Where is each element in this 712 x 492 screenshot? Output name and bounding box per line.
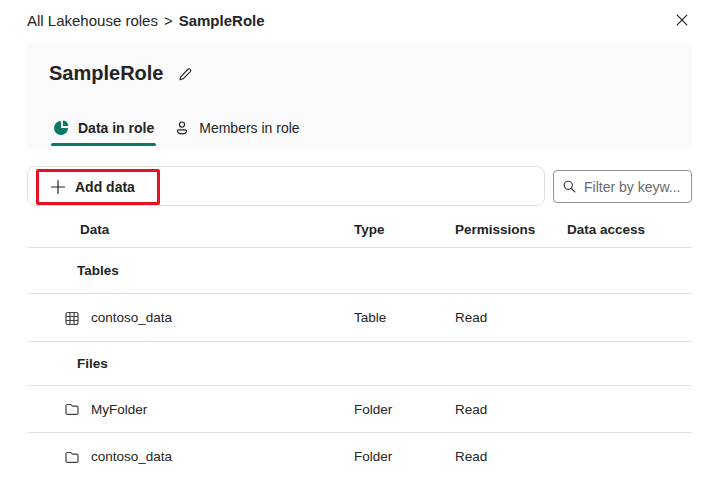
breadcrumb-separator: > (164, 12, 173, 29)
pencil-edit-icon (177, 66, 193, 82)
add-data-button[interactable]: Add data (39, 169, 157, 205)
tab-data-in-role[interactable]: Data in role (51, 120, 156, 148)
column-header-permissions: Permissions (455, 222, 567, 237)
group-row-files: Files (27, 342, 692, 386)
tab-data-in-role-label: Data in role (78, 120, 154, 136)
toolbar: Add data (27, 166, 545, 206)
role-header-panel: SampleRole Data in role Me (27, 44, 692, 148)
row-type: Folder (354, 402, 455, 417)
row-name: contoso_data (91, 449, 172, 464)
plus-icon (50, 179, 66, 195)
row-permissions: Read (455, 402, 567, 417)
filter-field (553, 170, 692, 203)
table-row[interactable]: contoso_data Table Read (27, 294, 692, 342)
folder-icon (64, 449, 80, 465)
close-icon (674, 12, 690, 28)
tab-bar: Data in role Members in role (51, 120, 302, 148)
tab-members-in-role-label: Members in role (199, 120, 299, 136)
table-row[interactable]: contoso_data Folder Read (27, 433, 692, 480)
add-data-label: Add data (75, 179, 135, 195)
filter-input[interactable] (584, 179, 685, 195)
close-button[interactable] (670, 8, 694, 32)
group-label: Tables (27, 263, 692, 278)
row-type: Folder (354, 449, 455, 464)
table-grid-icon (64, 310, 80, 326)
row-name: contoso_data (91, 310, 172, 325)
row-permissions: Read (455, 449, 567, 464)
row-name: MyFolder (91, 402, 147, 417)
pie-chart-icon (53, 120, 69, 136)
table-header-row: Data Type Permissions Data access (27, 212, 692, 248)
tab-members-in-role[interactable]: Members in role (172, 120, 301, 148)
column-header-type: Type (354, 222, 455, 237)
folder-icon (64, 401, 80, 417)
page-title: SampleRole (49, 62, 163, 85)
person-icon (174, 120, 190, 136)
breadcrumb: All Lakehouse roles>SampleRole (27, 12, 265, 29)
breadcrumb-current: SampleRole (179, 12, 265, 29)
data-table: Data Type Permissions Data access Tables… (27, 212, 692, 480)
row-permissions: Read (455, 310, 567, 325)
table-row[interactable]: MyFolder Folder Read (27, 386, 692, 433)
column-header-data-access: Data access (567, 222, 692, 237)
group-row-tables: Tables (27, 248, 692, 294)
row-type: Table (354, 310, 455, 325)
breadcrumb-parent-link[interactable]: All Lakehouse roles (27, 12, 158, 29)
edit-role-name-button[interactable] (177, 66, 193, 82)
group-label: Files (27, 356, 692, 371)
search-icon (562, 179, 578, 195)
column-header-data: Data (27, 222, 354, 237)
